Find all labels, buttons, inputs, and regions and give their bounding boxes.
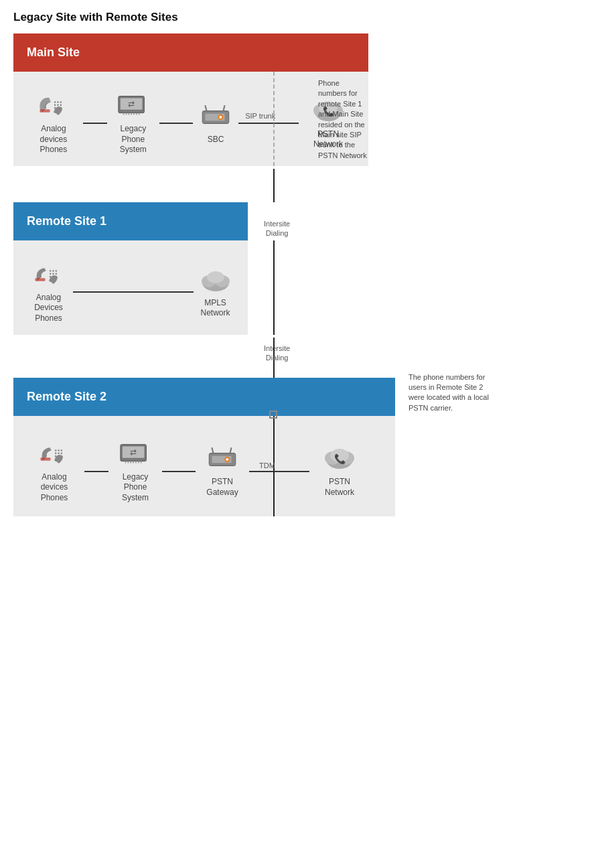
svg-point-75 <box>135 461 137 463</box>
remote2-analog-phones: AnalogdevicesPhones <box>24 440 84 504</box>
sip-trunk-line <box>238 123 299 124</box>
line-r2-legacy-to-gateway <box>162 471 196 472</box>
remote1-header: Remote Site 1 <box>13 202 248 240</box>
svg-point-13 <box>125 111 127 113</box>
svg-point-72 <box>127 461 129 463</box>
svg-point-41 <box>49 273 51 275</box>
intersite-label-1: IntersiteDialing <box>264 219 290 238</box>
svg-point-2 <box>60 101 62 103</box>
svg-point-67 <box>133 459 134 460</box>
svg-point-74 <box>133 461 134 463</box>
pstn-gateway-label: PSTNGateway <box>206 477 238 498</box>
dotted-v-main <box>273 72 275 166</box>
line-r1-analog-to-mpls <box>73 291 194 293</box>
svg-point-59 <box>58 455 60 457</box>
pstn-r2-icon: 📞 <box>322 444 357 475</box>
svg-point-8 <box>60 107 62 109</box>
svg-point-32 <box>219 116 222 119</box>
svg-point-7 <box>57 107 59 109</box>
main-annotation: Phone numbers for remote Site 1 and Main… <box>318 78 368 161</box>
svg-point-73 <box>130 461 131 463</box>
svg-point-20 <box>125 114 127 115</box>
svg-line-29 <box>205 105 206 111</box>
svg-point-17 <box>136 111 137 113</box>
svg-point-66 <box>130 459 131 460</box>
mpls-label: MPLSNetwork <box>201 298 230 319</box>
svg-point-68 <box>135 459 137 460</box>
svg-point-39 <box>52 270 54 272</box>
diagram-layout: Main Site <box>13 33 576 516</box>
sbc-label: SBC <box>208 135 224 145</box>
svg-rect-61 <box>40 457 50 460</box>
svg-point-70 <box>141 459 142 460</box>
svg-point-84 <box>226 458 228 461</box>
sbc-icon <box>198 102 233 132</box>
remote2-pstn-label: PSTNNetwork <box>325 477 354 498</box>
svg-point-16 <box>133 111 135 113</box>
pstn-gateway: PSTNGateway <box>196 445 249 498</box>
legacy-phone-icon: ⇄ <box>116 91 151 122</box>
line-legacy-to-sbc <box>159 123 193 124</box>
solid-v-r1 <box>273 240 275 335</box>
svg-point-23 <box>133 114 135 115</box>
svg-point-15 <box>131 111 132 113</box>
solid-v-sbc-down <box>273 169 275 202</box>
remote1-analog-phones: AnalogDevicesPhones <box>24 261 73 324</box>
svg-point-77 <box>141 461 142 463</box>
svg-point-46 <box>55 276 57 278</box>
svg-point-24 <box>136 114 137 115</box>
svg-point-38 <box>49 270 51 272</box>
svg-point-43 <box>55 273 57 275</box>
line-r2-analog-to-legacy <box>84 471 108 472</box>
svg-point-1 <box>57 101 59 103</box>
svg-text:📞: 📞 <box>334 453 346 465</box>
svg-point-52 <box>55 449 57 451</box>
svg-point-44 <box>49 276 51 278</box>
svg-point-71 <box>125 461 127 463</box>
svg-line-82 <box>230 448 231 453</box>
mpls-icon <box>198 266 233 295</box>
svg-point-51 <box>207 271 224 283</box>
remote2-legacy-phone: ⇄ LegacyPhoneSystem <box>108 440 162 504</box>
main-analog-phones: AnalogdevicesPhones <box>24 92 83 155</box>
dotted-circle-r2 <box>269 411 277 419</box>
svg-point-65 <box>127 459 129 460</box>
svg-rect-47 <box>35 278 45 281</box>
remote2-annotation: The phone numbers for users in Remote Si… <box>409 372 496 414</box>
svg-text:⇄: ⇄ <box>128 100 135 108</box>
svg-point-40 <box>55 270 57 272</box>
svg-rect-9 <box>40 109 50 112</box>
tdm-label: TDM <box>259 461 275 469</box>
svg-point-4 <box>57 104 59 106</box>
analog-phone-r2-icon <box>37 440 72 469</box>
svg-point-6 <box>54 107 56 109</box>
remote2-pstn: 📞 PSTNNetwork <box>309 445 370 498</box>
sip-trunk-label: SIP trunk <box>245 112 275 120</box>
remote2-analog-label: AnalogdevicesPhones <box>41 472 68 504</box>
svg-point-22 <box>131 114 132 115</box>
intersite-label-2: IntersiteDialing <box>264 344 290 363</box>
svg-point-55 <box>55 452 57 454</box>
svg-line-30 <box>223 105 224 111</box>
pstn-gateway-icon <box>205 445 240 474</box>
svg-point-54 <box>61 449 63 451</box>
svg-text:⇄: ⇄ <box>130 448 137 456</box>
remote1-content: AnalogDevicesPhones <box>13 240 248 335</box>
main-analog-label: AnalogdevicesPhones <box>40 124 68 155</box>
svg-point-25 <box>139 114 140 115</box>
analog-phone-r1-icon <box>31 261 66 290</box>
svg-point-57 <box>61 452 63 454</box>
page-title: Legacy Site with Remote Sites <box>13 11 577 24</box>
page: Legacy Site with Remote Sites Main Site <box>0 0 590 530</box>
svg-point-12 <box>123 111 124 113</box>
svg-point-60 <box>61 455 63 457</box>
legacy-phone-r2-icon: ⇄ <box>118 439 153 470</box>
svg-point-3 <box>54 104 56 106</box>
remote1-analog-label: AnalogDevicesPhones <box>34 293 63 324</box>
svg-point-45 <box>52 276 54 278</box>
svg-point-76 <box>138 461 139 463</box>
svg-point-19 <box>123 114 124 115</box>
svg-point-18 <box>139 111 140 113</box>
remote2-header: Remote Site 2 <box>13 378 395 416</box>
svg-point-14 <box>128 111 129 113</box>
